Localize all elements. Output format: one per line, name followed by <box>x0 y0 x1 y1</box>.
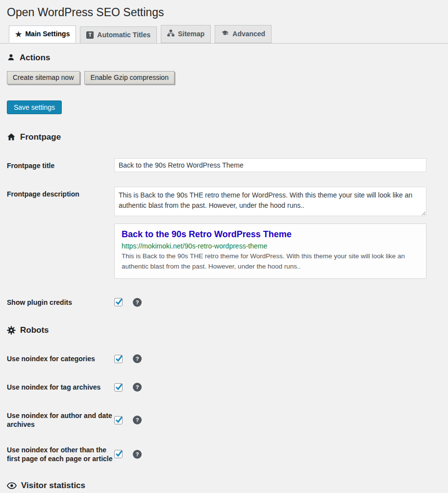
robots-heading-label: Robots <box>20 325 49 335</box>
setting-label: Use noindex for tag archives <box>7 383 114 392</box>
tab-label: Sitemap <box>178 30 204 38</box>
visitor-statistics-heading-label: Visitor statistics <box>21 481 85 491</box>
serp-preview-wrapper: Back to the 90s Retro WordPress Theme ht… <box>114 223 441 279</box>
tab-label: Main Settings <box>25 30 70 38</box>
create-sitemap-button[interactable]: Create sitemap now <box>7 71 80 84</box>
tab-automatic-titles[interactable]: T Automatic Titles <box>80 26 157 44</box>
frontpage-title-label: Frontpage title <box>7 158 114 170</box>
enable-gzip-button[interactable]: Enable Gzip compression <box>84 71 174 84</box>
frontpage-description-row: Frontpage description This is Back to th… <box>7 187 441 216</box>
noindex-categories-row: Use noindex for categories ? <box>7 354 441 363</box>
frontpage-title-row: Frontpage title <box>7 158 441 172</box>
serp-preview: Back to the 90s Retro WordPress Theme ht… <box>114 223 426 279</box>
gear-icon <box>7 326 16 335</box>
settings-page: Open WordPress SEO Settings ★ Main Setti… <box>0 0 448 491</box>
title-icon: T <box>86 31 94 39</box>
tab-main-settings[interactable]: ★ Main Settings <box>9 25 76 43</box>
tab-bar: ★ Main Settings T Automatic Titles Sitem… <box>0 25 448 44</box>
robots-heading: Robots <box>7 325 441 335</box>
noindex-pagination-checkbox[interactable] <box>114 450 123 458</box>
serp-preview-description: This is Back to the 90s THE retro theme … <box>122 251 406 272</box>
help-icon[interactable]: ? <box>133 354 142 363</box>
serp-preview-title[interactable]: Back to the 90s Retro WordPress Theme <box>122 229 419 240</box>
help-icon[interactable]: ? <box>133 450 142 459</box>
help-icon[interactable]: ? <box>133 298 142 307</box>
show-plugin-credits-checkbox[interactable] <box>114 298 123 306</box>
save-row: Save settings <box>7 100 441 114</box>
frontpage-description-textarea[interactable]: This is Back to the 90s THE retro theme … <box>114 187 426 216</box>
star-icon: ★ <box>15 30 22 38</box>
setting-label: Use noindex for categories <box>7 354 114 363</box>
noindex-author-date-checkbox[interactable] <box>114 416 123 424</box>
save-settings-button[interactable]: Save settings <box>7 100 62 114</box>
help-icon[interactable]: ? <box>133 416 142 424</box>
tab-label: Automatic Titles <box>97 31 150 39</box>
setting-label: Use noindex for author and date archives <box>7 411 114 429</box>
actions-heading: Actions <box>7 53 441 63</box>
visitor-statistics-heading: Visitor statistics <box>7 481 441 491</box>
graduation-cap-icon <box>221 29 229 39</box>
page-title: Open WordPress SEO Settings <box>7 0 441 20</box>
person-icon <box>7 53 15 62</box>
noindex-pagination-row: Use noindex for other than the first pag… <box>7 445 441 463</box>
noindex-author-date-row: Use noindex for author and date archives… <box>7 411 441 429</box>
frontpage-heading: Frontpage <box>7 132 441 142</box>
sitemap-icon <box>167 29 174 39</box>
actions-heading-label: Actions <box>20 53 50 63</box>
noindex-tag-archives-checkbox[interactable] <box>114 383 123 392</box>
tab-advanced[interactable]: Advanced <box>215 25 272 43</box>
tab-sitemap[interactable]: Sitemap <box>161 25 211 43</box>
eye-icon <box>7 482 17 490</box>
home-icon <box>7 133 16 141</box>
noindex-categories-checkbox[interactable] <box>114 355 123 363</box>
serp-preview-url: https://mokimoki.net/90s-retro-wordpress… <box>122 242 419 250</box>
show-plugin-credits-row: Show plugin credits ? <box>7 298 441 307</box>
action-buttons-row: Create sitemap now Enable Gzip compressi… <box>7 71 441 84</box>
frontpage-description-label: Frontpage description <box>7 187 114 198</box>
show-plugin-credits-label: Show plugin credits <box>7 298 114 307</box>
setting-label: Use noindex for other than the first pag… <box>7 445 114 463</box>
help-icon[interactable]: ? <box>133 383 142 392</box>
noindex-tag-archives-row: Use noindex for tag archives ? <box>7 383 441 392</box>
frontpage-title-input[interactable] <box>114 158 426 172</box>
tab-label: Advanced <box>232 30 265 38</box>
frontpage-heading-label: Frontpage <box>20 132 61 142</box>
